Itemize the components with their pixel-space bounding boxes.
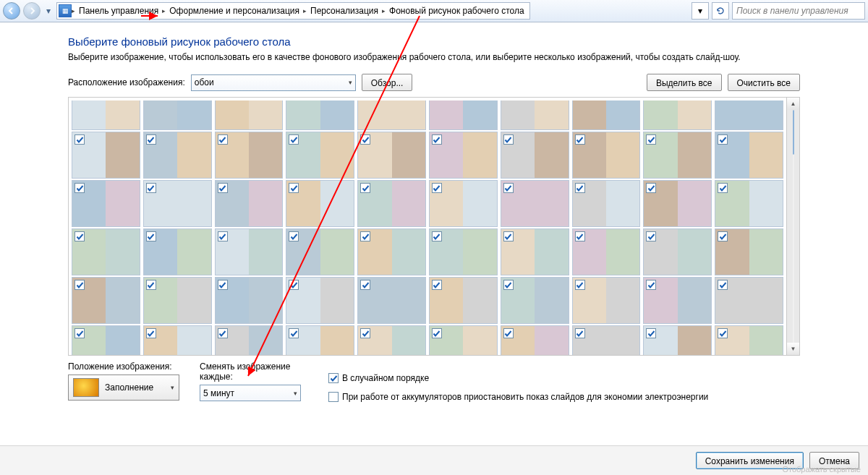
wallpaper-thumb[interactable] [501, 100, 569, 130]
wallpaper-thumb[interactable] [715, 277, 783, 324]
search-input[interactable]: Поиск в панели управления [732, 2, 865, 20]
thumb-checkbox[interactable] [503, 231, 514, 241]
wallpaper-thumb[interactable] [357, 180, 426, 227]
thumb-checkbox[interactable] [503, 183, 514, 193]
clear-all-button[interactable]: Очистить все [728, 74, 800, 91]
thumb-checkbox[interactable] [146, 328, 156, 338]
wallpaper-thumb[interactable] [286, 132, 354, 179]
wallpaper-thumb[interactable] [286, 180, 354, 227]
thumb-checkbox[interactable] [218, 183, 228, 193]
wallpaper-thumb[interactable] [143, 228, 212, 275]
back-button[interactable] [3, 2, 20, 20]
thumb-checkbox[interactable] [289, 231, 299, 241]
thumb-checkbox[interactable] [75, 328, 85, 338]
wallpaper-thumb[interactable] [715, 132, 783, 179]
wallpaper-thumb[interactable] [715, 228, 783, 275]
wallpaper-thumb[interactable] [429, 277, 498, 324]
wallpaper-thumb[interactable] [501, 180, 569, 227]
wallpaper-thumb[interactable] [215, 325, 284, 355]
refresh-button[interactable] [712, 2, 729, 20]
wallpaper-thumb[interactable] [501, 228, 569, 275]
thumb-checkbox[interactable] [432, 183, 442, 193]
thumb-checkbox[interactable] [432, 134, 442, 145]
select-all-button[interactable]: Выделить все [647, 74, 722, 91]
history-dropdown-icon[interactable]: ▾ [43, 3, 54, 19]
wallpaper-thumb[interactable] [429, 325, 498, 355]
thumb-checkbox[interactable] [575, 280, 585, 290]
browse-button[interactable]: Обзор... [362, 74, 413, 91]
wallpaper-thumb[interactable] [501, 132, 569, 179]
thumb-checkbox[interactable] [289, 134, 299, 145]
wallpaper-thumb[interactable] [429, 228, 498, 275]
wallpaper-thumb[interactable] [286, 228, 354, 275]
wallpaper-thumb[interactable] [572, 132, 641, 179]
scroll-down-button[interactable]: ▼ [787, 343, 799, 355]
thumb-checkbox[interactable] [218, 280, 228, 290]
wallpaper-thumb[interactable] [429, 100, 498, 130]
wallpaper-thumb[interactable] [715, 325, 783, 355]
wallpaper-thumb[interactable] [215, 180, 284, 227]
path-dropdown-button[interactable]: ▾ [692, 2, 709, 20]
thumb-checkbox[interactable] [503, 134, 514, 145]
scrollbar[interactable]: ▲ ▼ [786, 98, 799, 355]
crumb-appearance[interactable]: Оформление и персонализация [166, 3, 303, 19]
thumb-checkbox[interactable] [75, 231, 85, 241]
wallpaper-thumb[interactable] [643, 277, 712, 324]
thumb-checkbox[interactable] [718, 183, 728, 193]
thumb-checkbox[interactable] [646, 328, 656, 338]
wallpaper-thumb[interactable] [72, 277, 140, 324]
wallpaper-thumb[interactable] [215, 132, 284, 179]
wallpaper-thumb[interactable] [143, 325, 212, 355]
thumb-checkbox[interactable] [718, 328, 728, 338]
wallpaper-thumb[interactable] [357, 132, 426, 179]
position-combo[interactable]: Заполнение ▾ [68, 375, 179, 401]
thumb-checkbox[interactable] [75, 183, 85, 193]
thumb-checkbox[interactable] [432, 328, 442, 338]
wallpaper-thumb[interactable] [429, 180, 498, 227]
shuffle-checkbox[interactable] [328, 373, 339, 383]
thumb-checkbox[interactable] [718, 231, 728, 241]
thumb-checkbox[interactable] [432, 280, 442, 290]
interval-combo[interactable]: 5 минут▾ [200, 385, 301, 401]
wallpaper-thumb[interactable] [501, 277, 569, 324]
wallpaper-thumb[interactable] [215, 100, 284, 130]
thumb-checkbox[interactable] [146, 134, 156, 145]
thumb-checkbox[interactable] [503, 328, 514, 338]
wallpaper-thumb[interactable] [643, 132, 712, 179]
crumb-personalization[interactable]: Персонализация [307, 3, 382, 19]
thumb-checkbox[interactable] [503, 280, 514, 290]
wallpaper-thumb[interactable] [572, 180, 641, 227]
wallpaper-thumb[interactable] [72, 228, 140, 275]
wallpaper-thumb[interactable] [72, 180, 140, 227]
thumb-checkbox[interactable] [646, 231, 656, 241]
thumb-checkbox[interactable] [289, 183, 299, 193]
thumb-checkbox[interactable] [360, 183, 370, 193]
thumb-checkbox[interactable] [75, 280, 85, 290]
thumb-checkbox[interactable] [718, 280, 728, 290]
location-combo[interactable]: обои▾ [191, 74, 356, 91]
wallpaper-thumb[interactable] [357, 100, 426, 130]
wallpaper-thumb[interactable] [501, 325, 569, 355]
wallpaper-thumb[interactable] [72, 325, 140, 355]
forward-button[interactable] [23, 2, 41, 20]
thumb-checkbox[interactable] [218, 134, 228, 145]
scroll-up-button[interactable]: ▲ [787, 98, 799, 110]
wallpaper-thumb[interactable] [357, 325, 426, 355]
wallpaper-thumb[interactable] [643, 325, 712, 355]
thumb-checkbox[interactable] [75, 134, 85, 145]
wallpaper-thumb[interactable] [643, 228, 712, 275]
save-button[interactable]: Сохранить изменения [696, 452, 804, 469]
wallpaper-thumb[interactable] [72, 132, 140, 179]
wallpaper-thumb[interactable] [72, 100, 140, 130]
crumb-desktop-background[interactable]: Фоновый рисунок рабочего стола [386, 3, 528, 19]
wallpaper-thumb[interactable] [143, 132, 212, 179]
wallpaper-thumb[interactable] [572, 228, 641, 275]
thumb-checkbox[interactable] [289, 280, 299, 290]
thumb-checkbox[interactable] [218, 328, 228, 338]
thumb-checkbox[interactable] [575, 134, 585, 145]
thumb-checkbox[interactable] [146, 231, 156, 241]
thumb-checkbox[interactable] [575, 231, 585, 241]
wallpaper-thumb[interactable] [715, 180, 783, 227]
wallpaper-thumb[interactable] [286, 325, 354, 355]
thumb-checkbox[interactable] [646, 183, 656, 193]
